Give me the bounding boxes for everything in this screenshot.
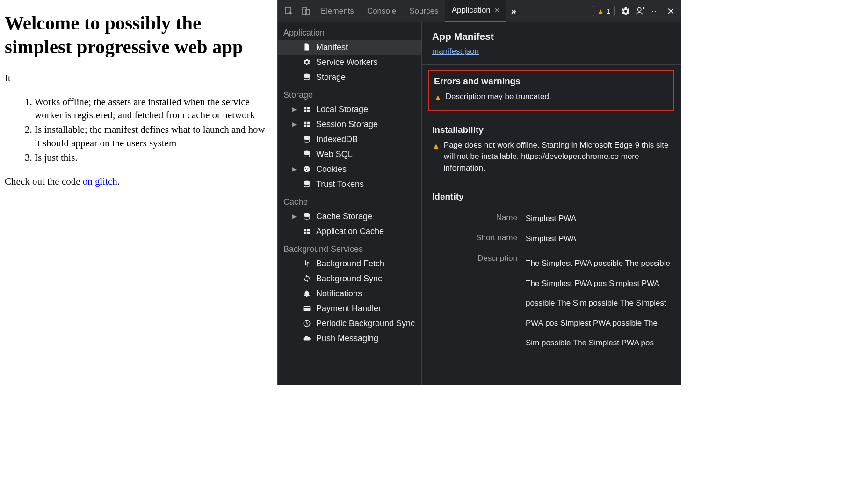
page-list: Works offline; the assets are installed … bbox=[5, 95, 273, 165]
svg-rect-8 bbox=[304, 110, 306, 112]
caret-icon: ▶ bbox=[291, 106, 297, 113]
caret-icon: ▶ bbox=[291, 213, 297, 220]
sidebar-item-background-sync[interactable]: Background Sync bbox=[278, 271, 421, 286]
sidebar-item-label: Storage bbox=[316, 72, 346, 82]
sidebar-item-label: Trust Tokens bbox=[316, 179, 364, 189]
transfer-icon bbox=[302, 259, 311, 268]
svg-rect-25 bbox=[307, 232, 310, 234]
caret-icon: ▶ bbox=[291, 166, 297, 172]
file-icon bbox=[302, 43, 311, 51]
sidebar-item-payment-handler[interactable]: Payment Handler bbox=[278, 301, 421, 316]
inspect-icon[interactable] bbox=[281, 0, 297, 22]
svg-rect-6 bbox=[304, 107, 306, 109]
db-icon bbox=[302, 212, 311, 221]
grid-icon bbox=[302, 227, 311, 236]
close-devtools-icon[interactable]: ✕ bbox=[663, 0, 678, 22]
sidebar-item-label: Background Sync bbox=[316, 274, 382, 284]
sidebar-item-label: Web SQL bbox=[316, 150, 353, 159]
sidebar-item-label: Application Cache bbox=[316, 227, 384, 236]
bell-icon bbox=[302, 289, 311, 298]
issues-badge[interactable]: ▲1 bbox=[593, 6, 615, 16]
identity-row-shortname: Short name Simplest PWA bbox=[432, 229, 671, 249]
svg-rect-23 bbox=[307, 229, 310, 231]
sidebar-item-storage[interactable]: Storage bbox=[278, 70, 421, 85]
install-warning-row: ▲ Page does not work offline. Starting i… bbox=[432, 140, 671, 174]
identity-row-name: Name Simplest PWA bbox=[432, 208, 671, 229]
devtools-main: ApplicationManifestService WorkersStorag… bbox=[278, 22, 681, 385]
svg-point-4 bbox=[643, 7, 644, 9]
sidebar-section-title: Application bbox=[278, 22, 421, 40]
manifest-header: App Manifest manifest.json bbox=[422, 22, 681, 65]
errors-title: Errors and warnings bbox=[434, 76, 669, 86]
svg-rect-24 bbox=[304, 232, 306, 234]
sidebar-item-label: Payment Handler bbox=[316, 304, 381, 314]
manifest-link[interactable]: manifest.json bbox=[432, 47, 479, 56]
page-heading: Welcome to possibly the simplest progres… bbox=[5, 11, 273, 59]
sidebar-item-cache-storage[interactable]: ▶Cache Storage bbox=[278, 209, 421, 224]
card-icon bbox=[302, 304, 311, 313]
sidebar-item-label: Cache Storage bbox=[316, 212, 372, 221]
sidebar-item-push-messaging[interactable]: Push Messaging bbox=[278, 331, 421, 346]
db-icon bbox=[302, 135, 311, 143]
kebab-icon[interactable]: ⋯ bbox=[648, 0, 663, 22]
sidebar-item-notifications[interactable]: Notifications bbox=[278, 286, 421, 301]
sidebar-item-label: Push Messaging bbox=[316, 334, 378, 343]
clock-icon bbox=[302, 319, 311, 328]
identity-label: Name bbox=[432, 213, 526, 224]
cloud-icon bbox=[302, 334, 311, 343]
settings-icon[interactable] bbox=[618, 0, 633, 22]
list-item: Is installable; the manifest defines wha… bbox=[35, 123, 273, 150]
grid-icon bbox=[302, 105, 311, 114]
sidebar-item-application-cache[interactable]: Application Cache bbox=[278, 224, 421, 239]
sidebar-item-trust-tokens[interactable]: Trust Tokens bbox=[278, 177, 421, 192]
svg-rect-9 bbox=[307, 110, 310, 112]
sidebar-item-label: Periodic Background Sync bbox=[316, 319, 415, 329]
errors-highlight-box: Errors and warnings ▲ Description may be… bbox=[428, 70, 674, 111]
devtools-pane: Elements Console Sources Application✕ » … bbox=[277, 0, 681, 385]
manifest-title: App Manifest bbox=[432, 31, 671, 42]
sidebar-item-cookies[interactable]: ▶Cookies bbox=[278, 162, 421, 177]
tab-application[interactable]: Application✕ bbox=[445, 0, 506, 22]
close-icon[interactable]: ✕ bbox=[494, 7, 500, 14]
tab-elements[interactable]: Elements bbox=[314, 0, 361, 22]
feedback-icon[interactable] bbox=[633, 0, 648, 22]
install-title: Installability bbox=[432, 125, 671, 135]
sidebar-item-label: Notifications bbox=[316, 289, 362, 299]
webpage-pane: Welcome to possibly the simplest progres… bbox=[0, 0, 277, 385]
identity-value: Simplest PWA bbox=[526, 213, 671, 224]
tab-console[interactable]: Console bbox=[361, 0, 403, 22]
devtools-tabbar: Elements Console Sources Application✕ » … bbox=[278, 0, 681, 22]
error-warning-row: ▲ Description may be truncated. bbox=[434, 91, 669, 104]
svg-rect-1 bbox=[302, 8, 307, 14]
sidebar-item-service-workers[interactable]: Service Workers bbox=[278, 55, 421, 70]
svg-rect-27 bbox=[304, 307, 311, 308]
installability-section: Installability ▲ Page does not work offl… bbox=[422, 116, 681, 183]
svg-point-18 bbox=[307, 168, 308, 169]
warn-count: 1 bbox=[607, 7, 610, 15]
sidebar-item-local-storage[interactable]: ▶Local Storage bbox=[278, 102, 421, 117]
warning-text: Description may be truncated. bbox=[446, 91, 551, 103]
svg-point-17 bbox=[305, 168, 306, 169]
sidebar-item-background-fetch[interactable]: Background Fetch bbox=[278, 256, 421, 271]
sidebar-item-label: Background Fetch bbox=[316, 259, 384, 269]
sidebar-item-indexeddb[interactable]: IndexedDB bbox=[278, 132, 421, 147]
tab-sources[interactable]: Sources bbox=[403, 0, 445, 22]
svg-point-16 bbox=[304, 166, 310, 172]
more-tabs-icon[interactable]: » bbox=[506, 6, 521, 16]
sidebar-item-label: Manifest bbox=[316, 43, 348, 52]
sidebar-item-session-storage[interactable]: ▶Session Storage bbox=[278, 117, 421, 132]
sidebar-item-manifest[interactable]: Manifest bbox=[278, 40, 421, 55]
sidebar-item-periodic-background-sync[interactable]: Periodic Background Sync bbox=[278, 316, 421, 331]
grid-icon bbox=[302, 120, 311, 129]
errors-section: Errors and warnings ▲ Description may be… bbox=[422, 65, 681, 116]
device-toggle-icon[interactable] bbox=[297, 0, 314, 22]
glitch-link[interactable]: on glitch bbox=[83, 176, 117, 187]
footer-text: Check out the code bbox=[5, 176, 83, 187]
sidebar-item-web-sql[interactable]: Web SQL bbox=[278, 147, 421, 162]
warning-icon: ▲ bbox=[434, 92, 442, 104]
identity-value: The Simplest PWA possible The possible T… bbox=[526, 254, 671, 353]
warning-icon: ▲ bbox=[432, 141, 440, 152]
install-warning-text: Page does not work offline. Starting in … bbox=[444, 140, 671, 174]
svg-rect-7 bbox=[307, 107, 310, 109]
manifest-panel: App Manifest manifest.json Errors and wa… bbox=[422, 22, 681, 385]
